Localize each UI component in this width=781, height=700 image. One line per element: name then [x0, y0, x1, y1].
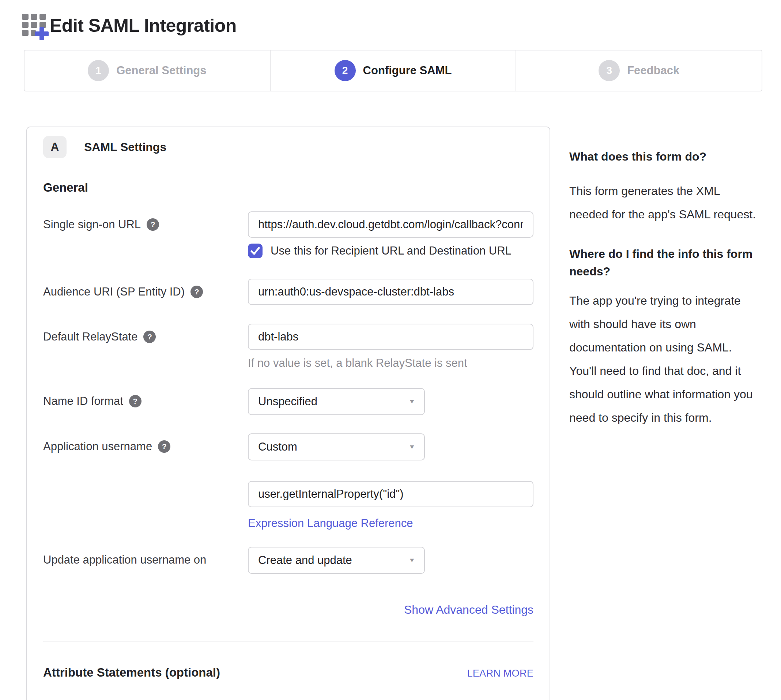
learn-more-link[interactable]: LEARN MORE	[467, 668, 533, 679]
audience-uri-input[interactable]	[248, 279, 533, 305]
attribute-statements-title: Attribute Statements (optional)	[43, 666, 220, 680]
show-advanced-settings-link[interactable]: Show Advanced Settings	[404, 603, 533, 616]
step-label: Feedback	[627, 64, 679, 77]
recipient-destination-checkbox[interactable]	[248, 243, 263, 258]
saml-settings-panel: A SAML Settings General Single sign-on U…	[26, 127, 550, 700]
page-header: Edit SAML Integration	[21, 11, 763, 40]
audience-uri-label: Audience URI (SP Entity ID) ?	[43, 279, 248, 298]
panel-title: SAML Settings	[84, 140, 167, 154]
section-divider	[43, 641, 533, 642]
relay-state-input[interactable]	[248, 324, 533, 350]
sidebar-question-2: Where do I find the info this form needs…	[569, 245, 761, 280]
step-label: Configure SAML	[363, 64, 452, 77]
chevron-down-icon: ▼	[408, 443, 415, 450]
saml-app-grid-plus-icon	[21, 11, 49, 40]
step-number-badge: 2	[335, 60, 356, 81]
chevron-down-icon: ▼	[408, 398, 415, 405]
relay-state-help-icon[interactable]: ?	[143, 331, 156, 343]
sso-url-input[interactable]	[248, 212, 533, 238]
update-username-on-label: Update application username on	[43, 547, 248, 567]
application-username-select[interactable]: Custom ▼	[248, 433, 425, 460]
application-username-help-icon[interactable]: ?	[158, 440, 170, 453]
wizard-step-general-settings[interactable]: 1 General Settings	[25, 50, 271, 91]
relay-state-hint: If no value is set, a blank RelayState i…	[248, 357, 533, 370]
name-id-format-select[interactable]: Unspecified ▼	[248, 388, 425, 415]
name-id-format-label: Name ID format ?	[43, 388, 248, 408]
relay-state-label: Default RelayState ?	[43, 324, 248, 343]
recipient-destination-checkbox-label: Use this for Recipient URL and Destinati…	[271, 244, 511, 257]
step-number-badge: 1	[88, 60, 109, 81]
sso-url-help-icon[interactable]: ?	[147, 218, 159, 231]
step-wizard: 1 General Settings 2 Configure SAML 3 Fe…	[24, 50, 763, 92]
wizard-step-feedback[interactable]: 3 Feedback	[516, 50, 762, 91]
chevron-down-icon: ▼	[408, 557, 415, 564]
general-section-title: General	[43, 181, 533, 195]
sidebar-question-1: What does this form do?	[569, 148, 761, 165]
update-username-on-select[interactable]: Create and update ▼	[248, 547, 425, 574]
sso-url-label: Single sign-on URL ?	[43, 212, 248, 231]
sidebar-answer-2: The app you're trying to integrate with …	[569, 289, 761, 429]
page-title: Edit SAML Integration	[50, 15, 236, 36]
sidebar-answer-1: This form generates the XML needed for t…	[569, 179, 761, 226]
checkmark-icon	[250, 247, 260, 255]
step-number-badge: 3	[599, 60, 620, 81]
custom-expression-input[interactable]	[248, 481, 533, 507]
application-username-label: Application username ?	[43, 433, 248, 453]
expression-language-reference-link[interactable]: Expression Language Reference	[248, 517, 413, 530]
name-id-format-help-icon[interactable]: ?	[129, 395, 142, 407]
audience-uri-help-icon[interactable]: ?	[190, 286, 203, 298]
wizard-step-configure-saml[interactable]: 2 Configure SAML	[271, 50, 517, 91]
step-label: General Settings	[116, 64, 206, 77]
help-sidebar: What does this form do? This form genera…	[569, 127, 761, 429]
section-a-badge: A	[43, 136, 67, 158]
